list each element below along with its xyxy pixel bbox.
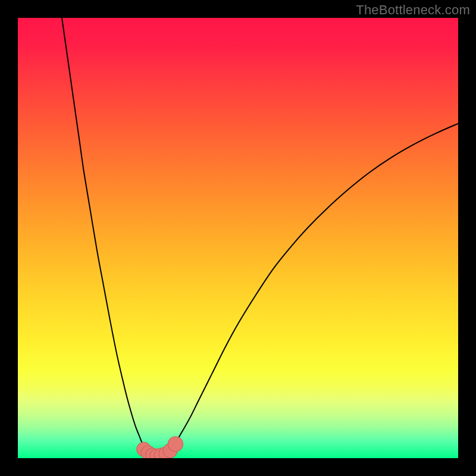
curve-left-branch: [62, 18, 150, 454]
valley-marker: [168, 437, 183, 452]
chart-canvas: TheBottleneck.com: [0, 0, 476, 476]
curve-layer: [18, 18, 458, 458]
curve-right-branch: [168, 124, 458, 453]
plot-area: [18, 18, 458, 458]
valley-markers: [137, 437, 183, 458]
watermark-label: TheBottleneck.com: [356, 2, 470, 18]
